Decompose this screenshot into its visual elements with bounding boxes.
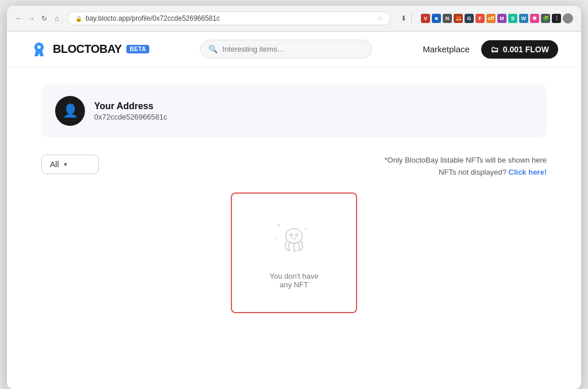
ext-teal[interactable]: S — [508, 14, 517, 23]
octopus-icon: ✦ ✦ ✦ ✦ — [271, 217, 317, 263]
notice-line2: NFTs not displayed? Click here! — [384, 167, 547, 179]
browser-controls: ← → ↻ ⌂ 🔒 bay.blocto.app/profile/0x72ccd… — [15, 11, 573, 25]
back-button[interactable]: ← — [15, 14, 23, 22]
svg-point-4 — [286, 228, 303, 243]
home-button[interactable]: ⌂ — [53, 14, 61, 22]
app-content: BLOCTOBAY BETA 🔍 Marketplace 🗂 0.001 FLO… — [7, 32, 581, 389]
svg-text:✦: ✦ — [304, 227, 307, 231]
user-avatar[interactable] — [563, 13, 573, 24]
browser-window: ← → ↻ ⌂ 🔒 bay.blocto.app/profile/0x72ccd… — [7, 6, 581, 389]
profile-info: Your Address 0x72ccde526966581c — [94, 101, 167, 121]
empty-state-container: ✦ ✦ ✦ ✦ — [41, 192, 547, 313]
main-content: 👤 Your Address 0x72ccde526966581c All ▾ … — [7, 67, 581, 389]
ext-blue1[interactable]: ■ — [432, 14, 441, 23]
chevron-down-icon: ▾ — [64, 160, 67, 168]
wallet-balance: 0.001 FLOW — [503, 45, 549, 54]
reload-button[interactable]: ↻ — [40, 14, 48, 22]
lock-icon: 🔒 — [75, 16, 82, 22]
ext-blue2[interactable]: W — [519, 14, 528, 23]
ext-puzzle[interactable]: 🧩 — [541, 14, 550, 23]
empty-state-box: ✦ ✦ ✦ ✦ — [231, 192, 357, 313]
ext-orange1[interactable]: 🦊 — [454, 14, 463, 23]
empty-state-message: You don't have any NFT — [266, 272, 322, 289]
url-text: bay.blocto.app/profile/0x72ccde526966581… — [86, 14, 373, 22]
logo-icon — [30, 40, 48, 59]
logo-area: BLOCTOBAY BETA — [30, 40, 149, 59]
beta-badge: BETA — [126, 45, 149, 53]
filter-row: All ▾ *Only BloctoBay listable NFTs will… — [41, 155, 547, 179]
ext-dark1[interactable]: G — [465, 14, 474, 23]
ext-red2[interactable]: F — [475, 14, 485, 23]
forward-button[interactable]: → — [28, 14, 36, 22]
ext-proton[interactable]: V — [421, 14, 430, 23]
svg-point-7 — [291, 234, 292, 236]
notice-line1: *Only BloctoBay listable NFTs will be sh… — [384, 155, 547, 167]
filter-value: All — [50, 160, 59, 169]
address-bar[interactable]: 🔒 bay.blocto.app/profile/0x72ccde5269665… — [68, 11, 390, 25]
download-icon[interactable]: ⬇ — [400, 14, 408, 22]
ext-menu[interactable]: ⋮ — [552, 14, 561, 23]
extension-icons: V ■ N 🦊 G F off M S W ❋ 🧩 ⋮ — [421, 13, 573, 24]
filter-dropdown[interactable]: All ▾ — [41, 155, 99, 174]
search-icon: 🔍 — [208, 45, 218, 53]
marketplace-link[interactable]: Marketplace — [423, 44, 470, 54]
svg-text:✦: ✦ — [277, 222, 281, 228]
navbar: BLOCTOBAY BETA 🔍 Marketplace 🗂 0.001 FLO… — [7, 32, 581, 67]
avatar: 👤 — [55, 96, 85, 126]
bookmark-icon[interactable]: ☆ — [377, 14, 383, 22]
svg-text:✦: ✦ — [274, 237, 277, 240]
click-here-link[interactable]: Click here! — [509, 168, 547, 176]
notice-text: *Only BloctoBay listable NFTs will be sh… — [384, 155, 547, 179]
wallet-button[interactable]: 🗂 0.001 FLOW — [481, 40, 558, 59]
search-bar[interactable]: 🔍 — [200, 40, 372, 59]
logo-text: BLOCTOBAY — [53, 43, 122, 56]
ext-pink[interactable]: ❋ — [530, 14, 539, 23]
svg-point-8 — [296, 234, 297, 236]
ext-gray1[interactable]: N — [443, 14, 452, 23]
search-input[interactable] — [222, 45, 363, 53]
browser-chrome: ← → ↻ ⌂ 🔒 bay.blocto.app/profile/0x72ccd… — [7, 6, 581, 32]
avatar-icon: 👤 — [63, 103, 78, 118]
profile-card: 👤 Your Address 0x72ccde526966581c — [41, 84, 547, 137]
ext-off[interactable]: off — [486, 14, 496, 23]
profile-label: Your Address — [94, 101, 167, 111]
browser-toolbar-icons: ⬇ — [400, 14, 412, 23]
ext-purple[interactable]: M — [497, 14, 506, 23]
wallet-icon: 🗂 — [490, 45, 498, 54]
profile-address: 0x72ccde526966581c — [94, 113, 167, 121]
